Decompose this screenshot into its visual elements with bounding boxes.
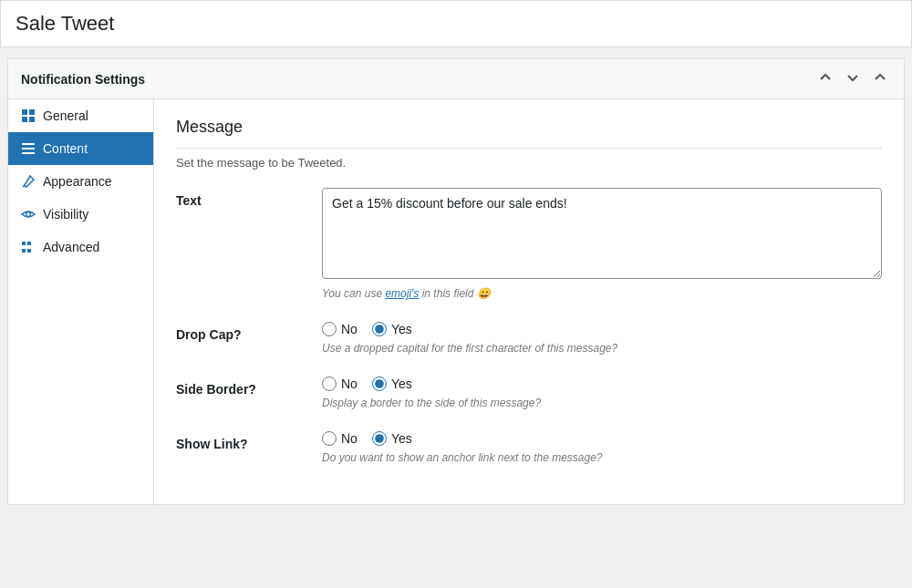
drop-cap-description: Use a dropped capital for the first char… [322, 342, 882, 355]
side-border-no-option[interactable]: No [322, 377, 358, 391]
emoji-hint: You can use emoji's in this field 😀 [322, 287, 882, 300]
svg-rect-2 [22, 117, 27, 122]
sidebar-item-content[interactable]: Content [8, 132, 153, 165]
drop-cap-radio-group: No Yes [322, 322, 882, 336]
side-border-no-radio[interactable] [322, 377, 337, 391]
show-link-no-option[interactable]: No [322, 431, 358, 446]
emoji-link[interactable]: emoji's [385, 287, 419, 300]
side-border-label: Side Border? [176, 377, 322, 397]
show-link-label: Show Link? [176, 431, 322, 451]
svg-rect-5 [22, 148, 35, 150]
side-border-yes-option[interactable]: Yes [372, 377, 412, 391]
svg-rect-10 [22, 249, 26, 253]
page-title: Sale Tweet [0, 0, 912, 47]
brush-icon [21, 174, 36, 189]
notification-header: Notification Settings [8, 59, 904, 99]
drop-cap-field: No Yes Use a dropped capital for the fir… [322, 322, 882, 355]
svg-point-7 [26, 212, 31, 217]
svg-rect-3 [29, 117, 35, 122]
eye-icon [21, 207, 36, 222]
text-form-row: Text Get a 15% discount before our sale … [176, 188, 882, 300]
show-link-yes-option[interactable]: Yes [372, 431, 412, 446]
svg-rect-8 [22, 242, 26, 245]
svg-rect-11 [27, 249, 31, 253]
emoji-hint-after: in this field 😀 [419, 287, 490, 300]
sidebar-general-label: General [43, 108, 88, 123]
content-area: Message Set the message to be Tweeted. T… [154, 99, 904, 504]
side-border-form-row: Side Border? No Yes Display a border to … [176, 377, 882, 409]
drop-cap-yes-option[interactable]: Yes [372, 322, 412, 336]
collapse-up-button[interactable] [814, 68, 836, 89]
notification-settings-label: Notification Settings [21, 72, 145, 87]
sidebar-item-appearance[interactable]: Appearance [8, 165, 153, 198]
list-icon [21, 141, 36, 156]
drop-cap-label: Drop Cap? [176, 322, 322, 342]
panel-body: General Content [8, 99, 904, 504]
svg-rect-1 [29, 109, 35, 115]
sidebar-advanced-label: Advanced [43, 240, 99, 254]
side-border-field: No Yes Display a border to the side of t… [322, 377, 882, 409]
show-link-no-radio[interactable] [322, 431, 337, 446]
show-link-field: No Yes Do you want to show an anchor lin… [322, 431, 882, 464]
side-border-radio-group: No Yes [322, 377, 882, 391]
section-description: Set the message to be Tweeted. [176, 156, 882, 170]
show-link-yes-label: Yes [391, 431, 412, 446]
drop-cap-no-radio[interactable] [322, 322, 337, 336]
svg-rect-9 [27, 242, 31, 245]
collapse-down-button[interactable] [842, 68, 864, 89]
side-border-yes-radio[interactable] [372, 377, 387, 391]
sidebar-item-general[interactable]: General [8, 99, 153, 132]
side-border-description: Display a border to the side of this mes… [322, 397, 882, 409]
emoji-hint-before: You can use [322, 287, 385, 300]
sidebar-visibility-label: Visibility [43, 207, 88, 222]
show-link-radio-group: No Yes [322, 431, 882, 446]
show-link-description: Do you want to show an anchor link next … [322, 451, 882, 464]
text-label: Text [176, 188, 322, 208]
drop-cap-no-option[interactable]: No [322, 322, 358, 336]
show-link-yes-radio[interactable] [372, 431, 387, 446]
svg-rect-0 [22, 109, 27, 115]
drop-cap-no-label: No [341, 322, 358, 336]
header-controls [814, 68, 891, 89]
sidebar-item-advanced[interactable]: Advanced [8, 231, 153, 263]
text-field-container: Get a 15% discount before our sale ends!… [322, 188, 882, 300]
side-border-no-label: No [341, 377, 358, 391]
message-text-input[interactable]: Get a 15% discount before our sale ends! [322, 188, 882, 279]
toggle-panel-button[interactable] [869, 68, 891, 89]
drop-cap-yes-radio[interactable] [372, 322, 387, 336]
drop-cap-yes-label: Yes [391, 322, 412, 336]
advanced-icon [21, 240, 36, 254]
notification-panel: Notification Settings [7, 58, 905, 505]
svg-rect-4 [22, 143, 35, 145]
drop-cap-form-row: Drop Cap? No Yes Use a dropped capital f… [176, 322, 882, 355]
side-border-yes-label: Yes [391, 377, 412, 391]
grid-icon [21, 108, 36, 123]
show-link-no-label: No [341, 431, 358, 446]
sidebar: General Content [8, 99, 154, 504]
sidebar-item-visibility[interactable]: Visibility [8, 198, 153, 231]
sidebar-content-label: Content [43, 141, 88, 156]
show-link-form-row: Show Link? No Yes Do you want to show an… [176, 431, 882, 464]
svg-rect-6 [22, 152, 35, 154]
section-title: Message [176, 118, 882, 149]
sidebar-appearance-label: Appearance [43, 174, 112, 189]
